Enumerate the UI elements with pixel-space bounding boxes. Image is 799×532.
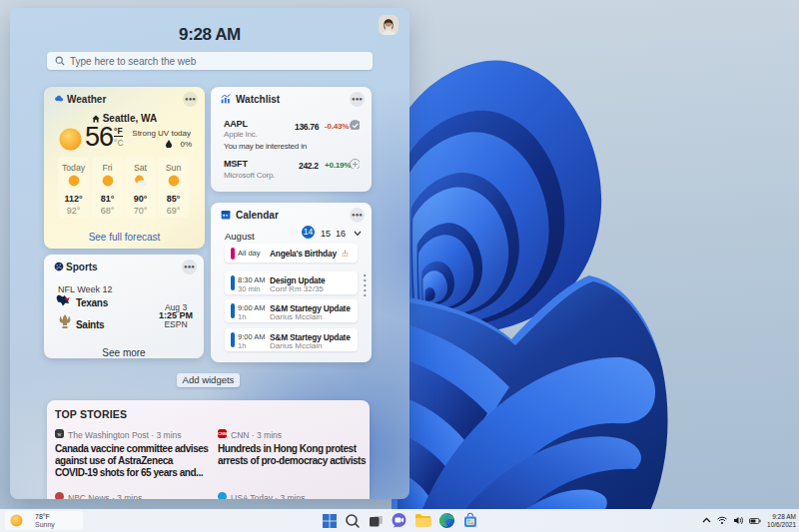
svg-text:CNN: CNN (218, 431, 227, 436)
svg-text:w: w (58, 431, 62, 437)
